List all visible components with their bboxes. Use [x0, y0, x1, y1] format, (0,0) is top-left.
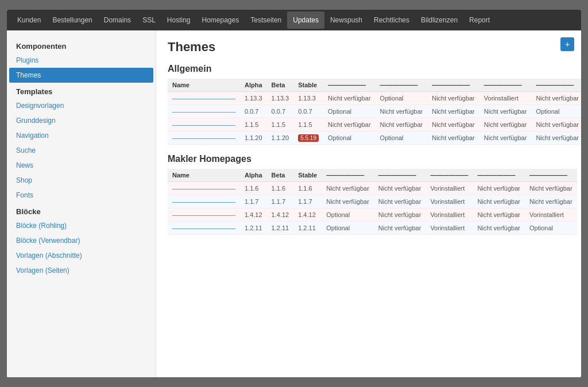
col-header-1: Alpha — [240, 79, 267, 92]
cell-name: —————————— — [168, 131, 240, 145]
cell-beta: 1.4.12 — [267, 208, 294, 222]
cell-beta: 0.0.7 — [267, 105, 294, 118]
cell-beta: 1.13.3 — [267, 92, 294, 105]
cell-col-9: Nicht verfügbar — [525, 182, 577, 195]
sidebar-item-blöcke-(rohling)[interactable]: Blöcke (Rohling) — [7, 218, 156, 233]
cell-col-5: Optional — [323, 131, 376, 145]
cell-col-9: Vorinstalliert — [525, 208, 577, 222]
section-title-allgemein: Allgemein — [168, 64, 570, 74]
cell-col-6: Nicht verfügbar — [376, 105, 428, 118]
sidebar-item-designvorlagen[interactable]: Designvorlagen — [7, 98, 156, 113]
cell-col-8: Nicht verfügbar — [473, 195, 525, 208]
table-row: ——————————1.4.121.4.121.4.12OptionalNich… — [168, 208, 577, 222]
table-row: ——————————1.1.61.1.61.1.6Nicht verfügbar… — [168, 182, 577, 195]
col-header-0: Name — [168, 169, 240, 182]
cell-stable: 1.13.3 — [293, 92, 323, 105]
cell-col-6: Optional — [376, 131, 428, 145]
nav-item-hosting[interactable]: Hosting — [161, 11, 196, 29]
sidebar-item-vorlagen-(abschnitte)[interactable]: Vorlagen (Abschnitte) — [7, 248, 156, 263]
cell-col-5: Optional — [322, 222, 374, 235]
cell-name: —————————— — [168, 105, 240, 118]
sidebar-item-vorlagen-(seiten)[interactable]: Vorlagen (Seiten) — [7, 263, 156, 278]
col-header-6: —————— — [425, 169, 473, 182]
refresh-button[interactable]: + — [560, 37, 574, 51]
sidebar-item-suche[interactable]: Suche — [7, 143, 156, 158]
sidebar-item-grunddesign[interactable]: Grunddesign — [7, 113, 156, 128]
cell-col-5: Optional — [322, 208, 374, 222]
cell-stable: 1.4.12 — [293, 208, 322, 222]
cell-alpha: 1.1.20 — [240, 131, 267, 145]
sidebar-item-fonts[interactable]: Fonts — [7, 188, 156, 203]
cell-col-7: Nicht verfügbar — [427, 105, 479, 118]
col-header-4: —————— — [322, 169, 374, 182]
cell-name: —————————— — [168, 208, 240, 222]
col-header-5: —————— — [376, 79, 428, 92]
col-header-7: —————— — [479, 79, 532, 92]
nav-item-domains[interactable]: Domains — [98, 11, 137, 29]
sidebar-item-plugins[interactable]: Plugins — [7, 53, 156, 68]
cell-col-6: Optional — [376, 92, 428, 105]
cell-name: —————————— — [168, 195, 240, 208]
cell-name: —————————— — [168, 222, 240, 235]
cell-col-7: Nicht verfügbar — [427, 131, 479, 145]
table-row: ——————————1.2.111.2.111.2.11OptionalNich… — [168, 222, 577, 235]
cell-col-6: Nicht verfügbar — [374, 182, 426, 195]
col-header-3: Stable — [293, 169, 322, 182]
cell-col-6: Nicht verfügbar — [376, 118, 428, 131]
cell-stable: 1.1.5 — [293, 118, 323, 131]
cell-col-5: Nicht verfügbar — [322, 182, 374, 195]
sidebar-section-blöcke: Blöcke — [7, 203, 156, 218]
cell-beta: 1.1.6 — [267, 182, 294, 195]
cell-col-7: Vorinstalliert — [425, 208, 473, 222]
col-header-8: —————— — [531, 79, 581, 92]
cell-col-7: Nicht verfügbar — [427, 118, 479, 131]
nav-item-newspush[interactable]: Newspush — [324, 11, 368, 29]
cell-beta: 1.1.7 — [267, 195, 294, 208]
nav-item-rechtliches[interactable]: Rechtliches — [368, 11, 415, 29]
cell-name: —————————— — [168, 92, 240, 105]
nav-item-report[interactable]: Report — [463, 11, 496, 29]
col-header-2: Beta — [267, 169, 294, 182]
cell-col-7: Nicht verfügbar — [427, 92, 479, 105]
nav-item-testseiten[interactable]: Testseiten — [245, 11, 287, 29]
nav-item-ssl[interactable]: SSL — [137, 11, 161, 29]
col-header-7: —————— — [473, 169, 525, 182]
content-area: + Themes AllgemeinNameAlphaBetaStable———… — [156, 30, 581, 377]
cell-stable: 1.1.7 — [293, 195, 322, 208]
section-title-makler-homepages: Makler Homepages — [168, 154, 570, 164]
col-header-6: —————— — [427, 79, 479, 92]
col-header-1: Alpha — [240, 169, 267, 182]
cell-beta: 1.1.20 — [267, 131, 294, 145]
cell-col-9: Optional — [531, 105, 581, 118]
sidebar-item-news[interactable]: News — [7, 158, 156, 173]
sidebar: KomponentenPluginsThemesTemplatesDesignv… — [7, 30, 156, 377]
cell-alpha: 1.1.6 — [240, 182, 267, 195]
cell-alpha: 0.0.7 — [240, 105, 267, 118]
sidebar-item-blöcke-(verwendbar)[interactable]: Blöcke (Verwendbar) — [7, 233, 156, 248]
sidebar-item-themes[interactable]: Themes — [9, 68, 153, 83]
cell-stable: 1.1.6 — [293, 182, 322, 195]
cell-col-8: Nicht verfügbar — [473, 208, 525, 222]
top-nav: KundenBestellungenDomainsSSLHostingHomep… — [7, 10, 581, 30]
cell-col-7: Vorinstalliert — [425, 222, 473, 235]
col-header-4: —————— — [323, 79, 376, 92]
nav-item-updates[interactable]: Updates — [287, 11, 324, 29]
nav-item-bildlizenzen[interactable]: Bildlizenzen — [415, 11, 463, 29]
col-header-2: Beta — [267, 79, 294, 92]
cell-alpha: 1.1.5 — [240, 118, 267, 131]
cell-col-9: Nicht verfügbar — [531, 118, 581, 131]
nav-item-kunden[interactable]: Kunden — [11, 11, 47, 29]
sidebar-item-shop[interactable]: Shop — [7, 173, 156, 188]
sidebar-item-navigation[interactable]: Navigation — [7, 128, 156, 143]
col-header-0: Name — [168, 79, 240, 92]
nav-item-bestellungen[interactable]: Bestellungen — [47, 11, 98, 29]
table-makler-homepages: NameAlphaBetaStable—————————————————————… — [168, 169, 577, 235]
table-row: ——————————1.13.31.13.31.13.3Nicht verfüg… — [168, 92, 581, 105]
cell-name: —————————— — [168, 182, 240, 195]
table-row: ——————————1.1.71.1.71.1.7Nicht verfügbar… — [168, 195, 577, 208]
cell-alpha: 1.2.11 — [240, 222, 267, 235]
nav-item-homepages[interactable]: Homepages — [196, 11, 245, 29]
col-header-3: Stable — [293, 79, 323, 92]
cell-col-5: Nicht verfügbar — [323, 92, 376, 105]
table-row: ——————————0.0.70.0.70.0.7OptionalNicht v… — [168, 105, 581, 118]
